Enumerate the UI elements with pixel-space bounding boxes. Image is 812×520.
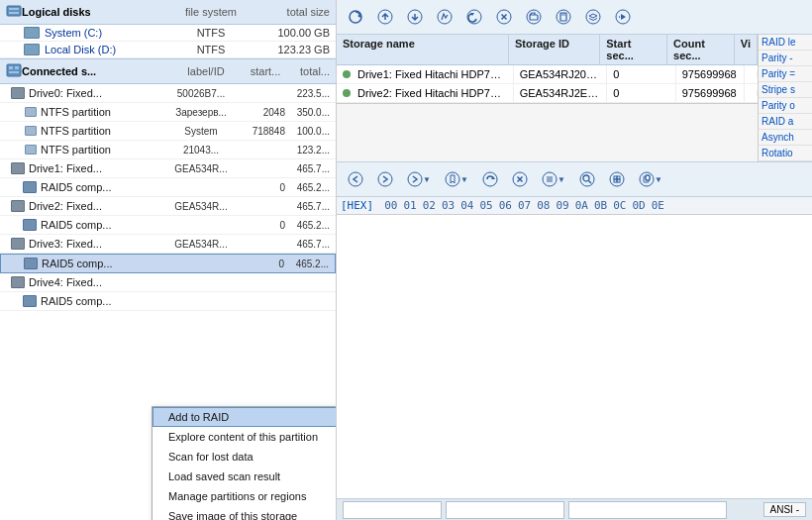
nav-prev-btn[interactable] [342, 165, 369, 193]
svg-rect-3 [7, 64, 21, 76]
right-info-7[interactable]: Rotatio [759, 146, 812, 161]
right-info-4[interactable]: Parity o [759, 98, 812, 114]
tree-row-1[interactable]: NTFS partition Зарезерв... 2048 350.0... [0, 103, 336, 122]
disk-name-system: System (C:) [45, 27, 171, 39]
connected-title: Connected s... [22, 65, 171, 77]
right-info-5[interactable]: RAID a [759, 114, 812, 130]
hex-col-06: 06 [499, 199, 512, 212]
svg-point-30 [580, 172, 594, 186]
disk-fs-system: NTFS [171, 27, 251, 39]
context-menu-scan[interactable]: Scan for lost data [152, 447, 336, 467]
context-menu-manage[interactable]: Manage partitions or regions [152, 486, 336, 506]
storage-row-1[interactable]: Drive2: Fixed Hitachi HDP7250... GEA534R… [337, 84, 758, 103]
context-menu-add-to-raid[interactable]: Add to RAID [152, 407, 336, 427]
raid-icon-11 [22, 294, 38, 308]
logical-disks-icon [6, 3, 22, 21]
toolbar-close-btn[interactable] [490, 3, 518, 31]
tree-row-5[interactable]: RAID5 comp... 0 465.2... [0, 178, 336, 197]
tree-row-8[interactable]: Drive3: Fixed... GEA534R... 465.7... [0, 235, 336, 254]
svg-rect-2 [9, 12, 19, 14]
toolbar-export-btn[interactable] [609, 3, 637, 31]
hex-col-02: 02 [423, 199, 436, 212]
toolbar-save-btn[interactable] [550, 3, 577, 31]
hex-col-07: 07 [518, 199, 531, 212]
copy-btn[interactable]: ▼ [633, 165, 668, 193]
th-count-sec: Count sec... [667, 35, 735, 64]
svg-rect-6 [9, 71, 19, 73]
disk-name-local: Local Disk (D:) [45, 44, 171, 55]
raid-icon-9 [23, 257, 39, 270]
tree-row-4[interactable]: Drive1: Fixed... GEA534R... 465.7... [0, 159, 336, 178]
tree-row-11[interactable]: RAID5 comp... [0, 292, 336, 311]
raid-icon-5 [22, 180, 38, 194]
right-info-3[interactable]: Stripe s [759, 82, 812, 98]
rotate-btn[interactable] [476, 165, 504, 193]
th-vi: Vi [735, 35, 758, 64]
status-field-2[interactable] [446, 501, 564, 519]
svg-point-17 [557, 10, 570, 24]
disk-row-system[interactable]: System (C:) NTFS 100.00 GB [0, 25, 336, 42]
drive-icon-1 [10, 161, 26, 175]
list-btn[interactable]: ▼ [536, 165, 571, 193]
grid-btn[interactable] [603, 165, 631, 193]
toolbar-folder-btn[interactable] [520, 3, 548, 31]
partition-icon-3 [22, 143, 38, 156]
col-label-header: label/ID [171, 65, 241, 77]
tree-row-10[interactable]: Drive4: Fixed... [0, 273, 336, 292]
tree-row-0[interactable]: Drive0: Fixed... 50026B7... 223.5... [0, 84, 336, 103]
tree-row-6[interactable]: Drive2: Fixed... GEA534R... 465.7... [0, 197, 336, 216]
storage-vi-0 [745, 71, 758, 77]
toolbar-down-btn[interactable] [401, 3, 429, 31]
right-panel: Storage name Storage ID Start sec... Cou… [337, 0, 812, 520]
search-btn[interactable] [573, 165, 601, 193]
disk-row-local[interactable]: Local Disk (D:) NTFS 123.23 GB [0, 42, 336, 58]
context-menu-explore[interactable]: Explore content of this partition [152, 427, 336, 447]
hex-col-01: 01 [403, 199, 416, 212]
right-info-0[interactable]: RAID le [759, 35, 812, 51]
svg-marker-8 [357, 14, 360, 18]
right-info-2[interactable]: Parity = [759, 66, 812, 82]
svg-point-15 [527, 10, 541, 24]
svg-rect-4 [9, 66, 13, 69]
partition-icon-1 [22, 105, 38, 119]
storage-dot-0 [343, 70, 351, 78]
context-menu-save-image[interactable]: Save image of this storage [152, 506, 336, 520]
storage-row-0[interactable]: Drive1: Fixed Hitachi HDP7250... GEA534R… [337, 65, 758, 84]
tree-row-3[interactable]: NTFS partition 21043... 123.2... [0, 141, 336, 159]
nav-next-btn[interactable] [371, 165, 399, 193]
toolbar-up-btn[interactable] [371, 3, 399, 31]
svg-point-24 [408, 172, 422, 186]
svg-rect-1 [9, 8, 19, 10]
tree-row-2[interactable]: NTFS partition System 718848 100.0... [0, 122, 336, 141]
svg-rect-16 [530, 15, 538, 20]
hex-col-04: 04 [460, 199, 473, 212]
nav-next-arrow-btn[interactable]: ▼ [401, 165, 437, 193]
toolbar-layers-btn[interactable] [579, 3, 607, 31]
hex-col-03: 03 [442, 199, 455, 212]
hex-col-09: 09 [556, 199, 568, 212]
context-menu-load-scan[interactable]: Load saved scan result [152, 467, 336, 486]
raid-icon-7 [22, 218, 38, 232]
right-info-1[interactable]: Parity - [759, 51, 812, 66]
status-field-1[interactable] [343, 501, 442, 519]
logical-disks-title: Logical disks [22, 6, 171, 18]
storage-table: Storage name Storage ID Start sec... Cou… [337, 35, 758, 104]
status-field-3[interactable] [568, 501, 727, 519]
svg-rect-36 [617, 179, 620, 182]
tree-row-7[interactable]: RAID5 comp... 0 465.2... [0, 216, 336, 235]
th-storage-id: Storage ID [509, 35, 600, 64]
cancel-btn[interactable] [506, 165, 534, 193]
storage-table-area: Storage name Storage ID Start sec... Cou… [337, 35, 812, 161]
toolbar-edit-btn[interactable] [431, 3, 458, 31]
right-info-6[interactable]: Asynch [759, 130, 812, 146]
partition-icon-2 [22, 124, 38, 138]
tree-row-9-selected[interactable]: RAID5 comp... 0 465.2... [0, 254, 336, 273]
svg-rect-5 [15, 66, 19, 69]
toolbar-undo-btn[interactable] [460, 3, 488, 31]
toolbar-refresh-btn[interactable] [342, 3, 369, 31]
top-toolbar [337, 0, 812, 35]
status-bar: ANSI - [337, 498, 812, 520]
drive-icon-0 [10, 86, 26, 100]
storage-main: Storage name Storage ID Start sec... Cou… [337, 35, 758, 161]
bookmark-btn[interactable]: ▼ [439, 165, 474, 193]
